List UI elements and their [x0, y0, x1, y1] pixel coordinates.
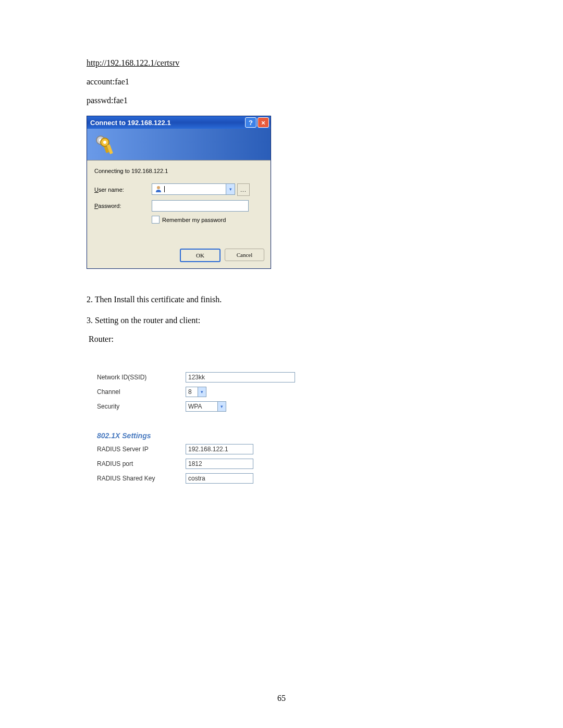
security-label: Security [97, 403, 186, 410]
security-select[interactable]: WPA ▾ [186, 401, 226, 412]
passwd-text: passwd:fae1 [87, 96, 478, 105]
keys-icon [94, 134, 115, 157]
channel-label: Channel [97, 388, 186, 396]
connecting-text: Connecting to 192.168.122.1 [94, 168, 263, 174]
close-icon[interactable]: × [258, 117, 269, 128]
password-input[interactable] [152, 200, 249, 212]
chevron-down-icon[interactable]: ▾ [198, 387, 206, 397]
svg-point-6 [157, 186, 160, 189]
remember-checkbox[interactable] [152, 216, 160, 224]
dialog-titlebar: Connect to 192.168.122.1 ? × [87, 116, 271, 129]
certsrv-url[interactable]: http://192.168.122.1/certsrv [87, 58, 478, 68]
page-number: 65 [0, 694, 563, 703]
radius-ip-label: RADIUS Server IP [97, 446, 186, 453]
user-icon [154, 185, 163, 193]
password-label: Password: [94, 203, 152, 209]
ok-button[interactable]: OK [180, 249, 221, 262]
auth-dialog: Connect to 192.168.122.1 ? × Connecting … [87, 116, 271, 269]
chevron-down-icon[interactable]: ▾ [226, 184, 235, 194]
help-icon[interactable]: ? [245, 117, 256, 128]
step-2: 2. Then Install this certificate and fin… [87, 295, 478, 304]
account-text: account:fae1 [87, 77, 478, 87]
svg-point-4 [103, 141, 106, 144]
dialog-banner [87, 129, 271, 161]
remember-label: Remember my password [162, 217, 226, 223]
browse-button[interactable]: ... [237, 183, 250, 196]
radius-port-input[interactable]: 1812 [186, 459, 253, 469]
cancel-button[interactable]: Cancel [225, 249, 264, 261]
chevron-down-icon[interactable]: ▾ [217, 402, 226, 411]
router-label: Router: [89, 335, 478, 344]
radius-key-label: RADIUS Shared Key [97, 475, 186, 482]
channel-select[interactable]: 8 ▾ [186, 387, 206, 397]
router-settings-panel: Network ID(SSID) 123kk Channel 8 ▾ Secur… [97, 372, 315, 484]
radius-port-label: RADIUS port [97, 460, 186, 467]
ssid-input[interactable]: 123kk [186, 372, 295, 382]
8021x-section-title: 802.1X Settings [97, 431, 315, 440]
ssid-label: Network ID(SSID) [97, 374, 186, 381]
radius-key-input[interactable]: costra [186, 473, 253, 484]
step-3: 3. Setting on the router and client: [87, 316, 478, 325]
dialog-title: Connect to 192.168.122.1 [90, 119, 171, 127]
radius-ip-input[interactable]: 192.168.122.1 [186, 444, 253, 454]
username-combo[interactable]: ▾ [152, 183, 235, 195]
username-label: User name: [94, 187, 152, 193]
